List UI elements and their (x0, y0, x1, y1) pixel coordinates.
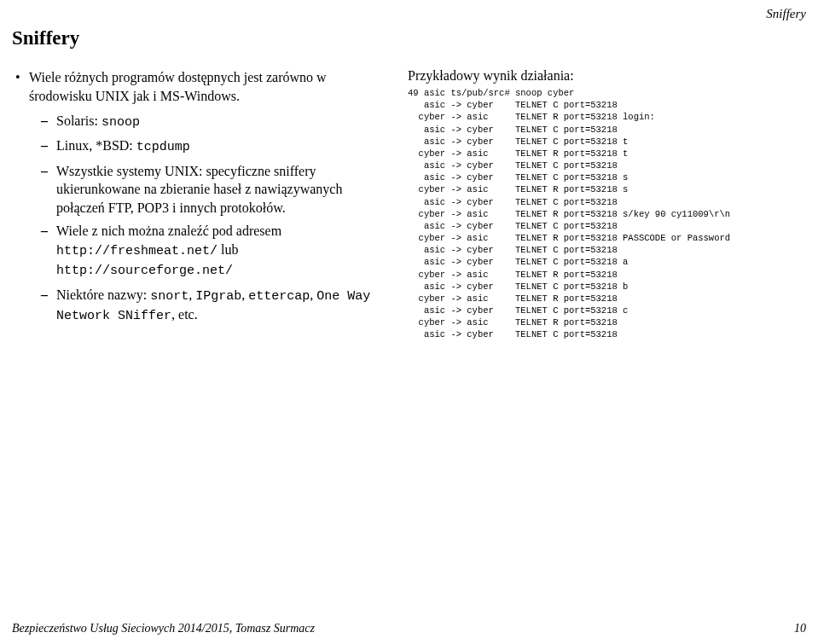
mono-text: snort (150, 289, 189, 304)
footer-page-number: 10 (794, 622, 806, 635)
list-item: Wiele z nich można znaleźć pod adresem h… (29, 222, 387, 280)
mono-text: snoop (102, 115, 140, 130)
mono-text: http://freshmeat.net/ (56, 244, 218, 258)
right-column: Przykładowy wynik działania: 49 asic ts/… (408, 68, 806, 341)
mono-text: http://sourceforge.net/ (56, 264, 233, 278)
list-text: Niektóre nazwy: (56, 287, 150, 302)
page-title: Sniffery (12, 27, 79, 49)
code-block: 49 asic ts/pub/src# snoop cyber asic -> … (408, 87, 806, 341)
mono-text: tcpdump (136, 140, 190, 154)
list-text-prefix: Linux, *BSD: (56, 138, 136, 153)
list-item: Linux, *BSD: tcpdump (29, 136, 387, 156)
list-item: Solaris: snoop (29, 112, 387, 131)
footer-left: Bezpieczeństwo Usług Sieciowych 2014/201… (12, 622, 315, 635)
mono-text: ettercap (248, 289, 310, 304)
list-text-prefix: Wszystkie systemy UNIX: specyficzne snif… (56, 164, 342, 215)
list-item-top: Wiele różnych programów dostępnych jest … (12, 68, 387, 325)
list-text: Wiele różnych programów dostępnych jest … (29, 70, 327, 103)
footer: Bezpieczeństwo Usług Sieciowych 2014/201… (12, 622, 806, 635)
list-text-prefix: Solaris: (56, 113, 102, 128)
list-text: , (189, 287, 195, 302)
header-section: Sniffery (766, 7, 806, 21)
list-text: , etc. (171, 307, 198, 322)
left-column: Wiele różnych programów dostępnych jest … (12, 68, 387, 341)
list-text: lub (218, 242, 238, 257)
mono-text: IPgrab (195, 289, 241, 304)
list-text: Wiele z nich można znaleźć pod adresem (56, 223, 281, 238)
bullet-list: Wiele różnych programów dostępnych jest … (12, 68, 387, 325)
content-row: Wiele różnych programów dostępnych jest … (12, 68, 806, 341)
right-paragraph: Przykładowy wynik działania: (408, 68, 806, 84)
list-item: Niektóre nazwy: snort, IPgrab, ettercap,… (29, 286, 387, 326)
dash-list: Solaris: snoop Linux, *BSD: tcpdump Wszy… (29, 112, 387, 325)
list-item: Wszystkie systemy UNIX: specyficzne snif… (29, 162, 387, 218)
